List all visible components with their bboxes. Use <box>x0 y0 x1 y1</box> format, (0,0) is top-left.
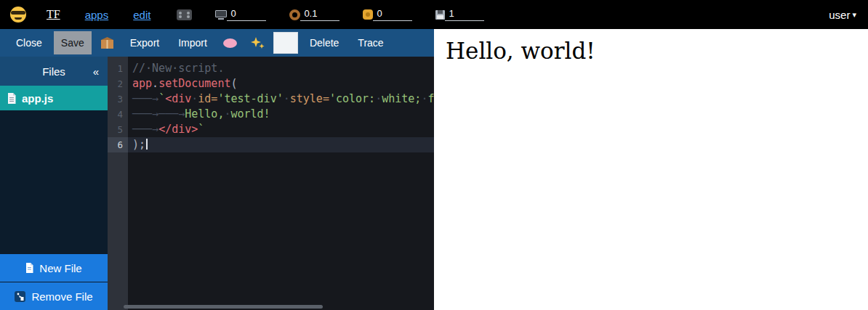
sparkles-icon <box>250 36 265 49</box>
new-file-button[interactable]: New File <box>0 254 108 282</box>
line-number: 3 <box>108 91 128 107</box>
monitor-icon <box>215 10 227 20</box>
litter-bin-icon <box>15 291 25 302</box>
code-text: app.setDocument( <box>128 76 238 91</box>
save-button[interactable]: Save <box>54 31 92 54</box>
floppy-icon <box>435 10 445 20</box>
coin-icon <box>363 9 373 20</box>
sidebar-empty-area <box>0 110 108 253</box>
sponge-icon <box>223 38 237 48</box>
file-item-appjs[interactable]: app.js <box>0 86 108 110</box>
package-button[interactable] <box>96 33 118 52</box>
code-line[interactable]: 4───→───→Hello,·world! <box>108 107 434 122</box>
remove-file-button[interactable]: Remove File <box>0 282 108 310</box>
stat-coin: 0 <box>363 8 412 21</box>
files-header: Files « <box>0 57 108 86</box>
output-text: Hello, world! <box>434 29 868 64</box>
remove-file-label: Remove File <box>31 290 92 303</box>
monitor-stat-value[interactable]: 0 <box>227 8 266 21</box>
window-main: Files « app.js <box>0 57 434 310</box>
code-line[interactable]: 6); <box>108 137 434 152</box>
new-file-icon <box>25 263 33 273</box>
code-editor[interactable]: 1//·New·script.2app.setDocument(3───→`<d… <box>108 57 434 310</box>
smiley-sunglasses-icon <box>10 7 26 23</box>
caret-down-icon: ▾ <box>852 10 856 20</box>
line-number: 1 <box>108 61 128 76</box>
sponge-button[interactable] <box>219 36 241 51</box>
text-cursor <box>146 139 148 150</box>
floppy-stat-value[interactable]: 1 <box>445 8 484 21</box>
code-text: //·New·script. <box>128 61 224 76</box>
blank-button[interactable] <box>273 32 298 54</box>
close-button[interactable]: Close <box>9 31 49 54</box>
coin-stat-value[interactable]: 0 <box>373 8 412 21</box>
file-sidebar: Files « app.js <box>0 57 108 310</box>
file-item-label: app.js <box>22 92 53 105</box>
nav-apps-link[interactable]: apps <box>85 9 109 21</box>
horizontal-scrollbar-thumb[interactable] <box>124 305 323 309</box>
topbar: TF apps edit 0 0.1 0 1 user ▾ <box>0 0 868 29</box>
stat-monitor: 0 <box>215 8 266 21</box>
files-header-label: Files <box>42 65 65 78</box>
stat-floppy: 1 <box>435 8 484 21</box>
stat-donut: 0.1 <box>289 8 339 21</box>
code-text: ───→</div>` <box>128 122 204 137</box>
output-panel: Hello, world! <box>434 29 868 310</box>
code-line[interactable]: 2app.setDocument( <box>108 76 434 91</box>
app-window: Close Save Export Import Delete Trace <box>0 29 434 310</box>
sparkles-button[interactable] <box>246 33 269 52</box>
line-number: 5 <box>108 122 128 137</box>
line-number: 6 <box>108 137 128 152</box>
code-lines: 1//·New·script.2app.setDocument(3───→`<d… <box>108 57 434 152</box>
donut-stat-value[interactable]: 0.1 <box>300 8 339 21</box>
code-line[interactable]: 1//·New·script. <box>108 61 434 76</box>
code-line[interactable]: 5───→</div>` <box>108 122 434 137</box>
package-icon <box>100 36 114 49</box>
controller-icon[interactable] <box>177 9 192 20</box>
import-button[interactable]: Import <box>171 31 214 54</box>
code-line[interactable]: 3───→`<div·id='test-div'·style='color:·w… <box>108 91 434 107</box>
editor-toolbar: Close Save Export Import Delete Trace <box>0 29 434 57</box>
new-file-label: New File <box>39 262 81 274</box>
collapse-sidebar-button[interactable]: « <box>93 65 99 78</box>
line-number: 4 <box>108 107 128 122</box>
user-menu[interactable]: user ▾ <box>829 9 856 21</box>
user-menu-label: user <box>829 9 850 21</box>
code-text: ───→`<div·id='test-div'·style='color:·wh… <box>128 91 434 107</box>
donut-icon <box>289 9 300 20</box>
document-icon <box>7 93 16 104</box>
line-number: 2 <box>108 76 128 91</box>
nav-edit-link[interactable]: edit <box>133 9 150 21</box>
code-text: ); <box>128 137 148 152</box>
code-text: ───→───→Hello,·world! <box>128 107 270 122</box>
delete-button[interactable]: Delete <box>302 31 346 54</box>
trace-button[interactable]: Trace <box>350 31 390 54</box>
brand-link[interactable]: TF <box>47 8 60 21</box>
export-button[interactable]: Export <box>123 31 166 54</box>
